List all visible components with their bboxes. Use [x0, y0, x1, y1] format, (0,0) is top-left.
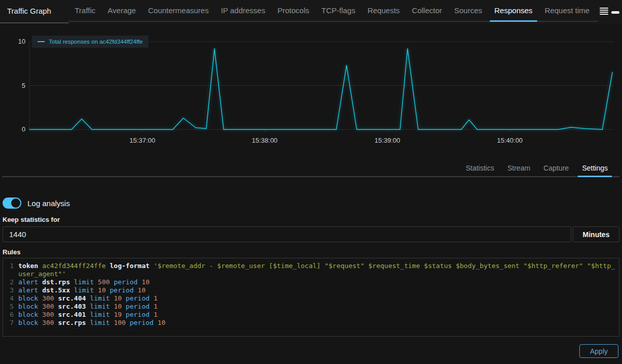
code-text: block 300 src.403 limit 10 period 1 — [18, 303, 619, 311]
page-title: Traffic Graph — [0, 0, 69, 23]
keep-statistics-input[interactable] — [3, 226, 571, 242]
subtab-capture[interactable]: Capture — [540, 160, 573, 176]
toggle-knob — [11, 198, 20, 208]
code-text: block 300 src.rps limit 100 period 10 — [18, 319, 619, 327]
line-number: 6 — [3, 311, 18, 319]
minimize-icon[interactable] — [611, 11, 619, 14]
x-tick-label: 15:38:00 — [252, 137, 278, 144]
code-text: alert dst.rps limit 500 period 10 — [18, 278, 619, 286]
keep-statistics-row: Minutes — [3, 226, 619, 242]
line-number: 4 — [3, 294, 18, 303]
tab-traffic[interactable]: Traffic — [69, 0, 102, 21]
tab-responses[interactable]: Responses — [488, 0, 539, 21]
line-number: 2 — [3, 278, 18, 286]
legend-line-icon — [38, 41, 45, 42]
code-line: 4block 300 src.404 limit 10 period 1 — [3, 294, 619, 303]
log-analysis-toggle[interactable] — [3, 197, 21, 209]
line-number: 7 — [3, 319, 18, 327]
app-root: Traffic Graph TrafficAverageCountermeasu… — [0, 0, 622, 364]
tab-collector[interactable]: Collector — [406, 0, 448, 21]
nav-icons — [600, 8, 619, 15]
code-text: block 300 src.401 limit 19 period 1 — [18, 311, 619, 319]
panel-tab-bar: StatisticsStreamCaptureSettings — [2, 160, 619, 177]
rules-editor[interactable]: 1token ac42fd344ff24ffe log-format '$rem… — [3, 258, 619, 337]
tab-countermeasures[interactable]: Countermeasures — [142, 0, 214, 21]
code-line: 2alert dst.rps limit 500 period 10 — [3, 278, 619, 286]
tab-request-time[interactable]: Request time — [539, 0, 596, 21]
series-line — [29, 49, 612, 129]
line-number: 5 — [3, 303, 18, 311]
tab-tcp-flags[interactable]: TCP-flags — [316, 0, 362, 21]
top-tab-bar: TrafficAverageCountermeasuresIP addresse… — [69, 0, 598, 22]
x-tick-label: 15:39:00 — [375, 137, 400, 144]
code-text: alert dst.5xx limit 10 period 10 — [18, 286, 619, 294]
line-number: 3 — [3, 286, 18, 294]
rules-label: Rules — [3, 248, 20, 256]
code-line: 5block 300 src.403 limit 10 period 1 — [3, 303, 619, 311]
tab-requests[interactable]: Requests — [361, 0, 406, 21]
tab-sources[interactable]: Sources — [448, 0, 488, 21]
chart-legend[interactable]: Total responses on ac42fd344ff24ffe — [32, 36, 148, 48]
code-line: 3alert dst.5xx limit 10 period 10 — [3, 286, 619, 294]
subtab-stream[interactable]: Stream — [503, 160, 534, 176]
tab-protocols[interactable]: Protocols — [271, 0, 316, 21]
y-tick-label: 10 — [18, 38, 25, 45]
tab-ip-addresses[interactable]: IP addresses — [215, 0, 271, 21]
top-nav: Traffic Graph TrafficAverageCountermeasu… — [0, 0, 622, 24]
code-text: block 300 src.404 limit 10 period 1 — [18, 294, 619, 303]
code-line: 7block 300 src.rps limit 100 period 10 — [3, 319, 619, 327]
code-line: 1token ac42fd344ff24ffe log-format '$rem… — [3, 262, 619, 278]
legend-label: Total responses on ac42fd344ff24ffe — [49, 39, 143, 45]
subtab-statistics[interactable]: Statistics — [461, 160, 498, 176]
code-text: token ac42fd344ff24ffe log-format '$remo… — [18, 262, 619, 278]
y-tick-label: 5 — [22, 82, 25, 89]
x-tick-label: 15:40:00 — [497, 137, 523, 144]
responses-chart-panel: 051015:37:0015:38:0015:39:0015:40:00 Tot… — [0, 24, 622, 147]
y-tick-label: 0 — [22, 125, 25, 133]
tab-average[interactable]: Average — [102, 0, 142, 21]
subtab-settings[interactable]: Settings — [578, 160, 612, 176]
unit-selector[interactable]: Minutes — [573, 226, 619, 242]
code-line: 6block 300 src.401 limit 19 period 1 — [3, 311, 619, 319]
x-tick-label: 15:37:00 — [130, 137, 156, 144]
menu-icon[interactable] — [600, 8, 608, 15]
log-analysis-row: Log analysis — [3, 197, 70, 209]
line-number: 1 — [3, 262, 18, 278]
log-analysis-label: Log analysis — [27, 199, 70, 208]
apply-button[interactable]: Apply — [579, 344, 618, 358]
keep-statistics-label: Keep statistics for — [3, 216, 60, 223]
